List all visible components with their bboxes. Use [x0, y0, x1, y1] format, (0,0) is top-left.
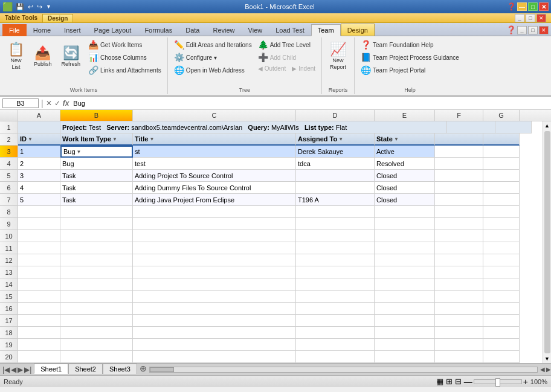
cell-5-title[interactable]: Adding Project To Source Control	[133, 170, 296, 182]
ribbon-help-btn[interactable]: ❓	[507, 2, 516, 11]
cell-5-id[interactable]: 3	[18, 170, 60, 182]
bug-dropdown-icon[interactable]: ▼	[77, 149, 82, 155]
cell-5-state[interactable]: Closed	[375, 170, 435, 182]
view-normal-icon[interactable]: ▦	[436, 377, 443, 386]
add-tree-level-button[interactable]: 🌲 Add Tree Level	[256, 39, 318, 51]
formula-fx-icon[interactable]: fx	[63, 99, 69, 108]
sheet-nav-first[interactable]: |◀	[2, 365, 10, 374]
row-header-14[interactable]: 14	[0, 278, 18, 291]
ribbon-restore-btn[interactable]: □	[526, 14, 535, 22]
col-type-header[interactable]: Work Item Type ▼	[60, 133, 133, 146]
formula-confirm-icon[interactable]: ✓	[54, 99, 60, 108]
col-assigned-header[interactable]: Assigned To ▼	[296, 133, 375, 146]
ribbon-minimize-btn[interactable]: _	[515, 14, 524, 22]
cell-5-type[interactable]: Task	[60, 170, 133, 182]
save-quick-btn[interactable]: 💾	[14, 3, 25, 11]
cell-4-state[interactable]: Resolved	[375, 158, 435, 170]
cell-6-type[interactable]: Task	[60, 182, 133, 194]
tab-insert[interactable]: Insert	[57, 24, 88, 36]
redo-quick-btn[interactable]: ↪	[36, 3, 44, 11]
cell-4-type[interactable]: Bug	[60, 158, 133, 170]
col-header-c[interactable]: C	[133, 110, 296, 121]
edit-areas-iterations-button[interactable]: ✏️ Edit Areas and Iterations	[172, 39, 254, 51]
type-dropdown-icon[interactable]: ▼	[112, 137, 117, 142]
sheet-nav[interactable]: |◀ ◀ ▶ ▶|	[0, 364, 34, 375]
sheet-add-button[interactable]: ⊕	[140, 364, 147, 375]
sheet-nav-last[interactable]: ▶|	[24, 365, 31, 374]
open-web-address-button[interactable]: 🌐 Open in Web Address	[172, 64, 254, 76]
title-dropdown-icon[interactable]: ▼	[149, 137, 154, 142]
row-header-3[interactable]: 3	[0, 146, 18, 158]
cell-3-id[interactable]: 1	[18, 146, 60, 158]
h-scroll-left[interactable]: ◀	[540, 366, 545, 373]
vertical-scrollbar[interactable]: ▲ ▼	[543, 121, 551, 363]
app-minimize-btn[interactable]: _	[517, 26, 527, 34]
cell-3-assigned[interactable]: Derek Sakauye	[296, 146, 375, 158]
row-header-5[interactable]: 5	[0, 170, 18, 182]
formula-cancel-icon[interactable]: ✕	[46, 99, 52, 108]
cell-4-assigned[interactable]: tdca	[296, 158, 375, 170]
cell-7-id[interactable]: 5	[18, 194, 60, 206]
tab-load-test[interactable]: Load Test	[269, 24, 311, 36]
tab-review[interactable]: Review	[206, 24, 241, 36]
ribbon-close-btn[interactable]: ✕	[536, 14, 546, 22]
row-header-6[interactable]: 6	[0, 182, 18, 194]
new-report-button[interactable]: 📈 NewReport	[326, 39, 350, 75]
choose-columns-button[interactable]: 📊 Choose Columns	[86, 51, 164, 63]
assigned-dropdown-icon[interactable]: ▼	[338, 137, 343, 142]
cell-6-id[interactable]: 4	[18, 182, 60, 194]
cell-7-title[interactable]: Adding Java Project From Eclipse	[133, 194, 296, 206]
row-header-12[interactable]: 12	[0, 254, 18, 266]
zoom-out-button[interactable]: —	[464, 377, 472, 387]
h-scroll-right[interactable]: ▶	[546, 366, 551, 373]
zoom-in-button[interactable]: +	[523, 377, 528, 387]
view-page-break-icon[interactable]: ⊟	[455, 377, 462, 386]
app-restore-btn[interactable]: □	[528, 26, 538, 34]
cell-5-assigned[interactable]	[296, 170, 375, 182]
col-header-a[interactable]: A	[18, 110, 60, 121]
tab-team[interactable]: Team	[311, 24, 341, 36]
refresh-button[interactable]: 🔄 Refresh	[57, 39, 85, 75]
sheet-tab-2[interactable]: Sheet2	[68, 364, 103, 374]
cell-7-state[interactable]: Closed	[375, 194, 435, 206]
row-header-11[interactable]: 11	[0, 242, 18, 254]
publish-button[interactable]: 📤 Publish	[30, 39, 56, 75]
tab-home[interactable]: Home	[27, 24, 57, 36]
design-tab-indicator[interactable]: Design	[42, 14, 73, 22]
tab-page-layout[interactable]: Page Layout	[88, 24, 138, 36]
tab-file[interactable]: File	[2, 24, 27, 36]
team-project-portal-button[interactable]: 🌐 Team Project Portal	[358, 64, 462, 76]
h-scrollbar[interactable]	[149, 367, 538, 373]
row-header-1[interactable]: 1	[0, 121, 18, 133]
row-header-9[interactable]: 9	[0, 218, 18, 230]
cell-4-id[interactable]: 2	[18, 158, 60, 170]
tab-data[interactable]: Data	[179, 24, 206, 36]
cell-3-title[interactable]: st	[133, 146, 296, 158]
view-layout-icon[interactable]: ⊞	[446, 377, 453, 386]
id-dropdown-icon[interactable]: ▼	[28, 137, 33, 142]
row-header-15[interactable]: 15	[0, 291, 18, 303]
row-header-7[interactable]: 7	[0, 194, 18, 206]
sheet-nav-next[interactable]: ▶	[18, 365, 23, 374]
col-state-header[interactable]: State ▼	[375, 133, 435, 146]
cell-4-title[interactable]: test	[133, 158, 296, 170]
row-header-4[interactable]: 4	[0, 158, 18, 170]
tab-design[interactable]: Design	[341, 24, 375, 36]
cell-6-title[interactable]: Adding Dummy Files To Source Control	[133, 182, 296, 194]
team-foundation-help-button[interactable]: ❓ Team Foundation Help	[358, 39, 462, 51]
new-list-button[interactable]: 📋 NewList	[4, 39, 28, 75]
sheet-tab-3[interactable]: Sheet3	[103, 364, 137, 374]
outdent-button[interactable]: ◀ Outdent	[256, 64, 289, 73]
col-header-d[interactable]: D	[296, 110, 375, 121]
maximize-button[interactable]: □	[528, 2, 538, 11]
tab-formulas[interactable]: Formulas	[138, 24, 179, 36]
cell-7-type[interactable]: Task	[60, 194, 133, 206]
cell-6-assigned[interactable]	[296, 182, 375, 194]
cell-6-state[interactable]: Closed	[375, 182, 435, 194]
row-header-16[interactable]: 16	[0, 303, 18, 315]
col-header-g[interactable]: G	[483, 110, 520, 121]
col-id-header[interactable]: ID ▼	[18, 133, 60, 146]
links-attachments-button[interactable]: 🔗 Links and Attachments	[86, 64, 164, 76]
help-icon[interactable]: ❓	[506, 25, 516, 34]
row-header-8[interactable]: 8	[0, 206, 18, 218]
